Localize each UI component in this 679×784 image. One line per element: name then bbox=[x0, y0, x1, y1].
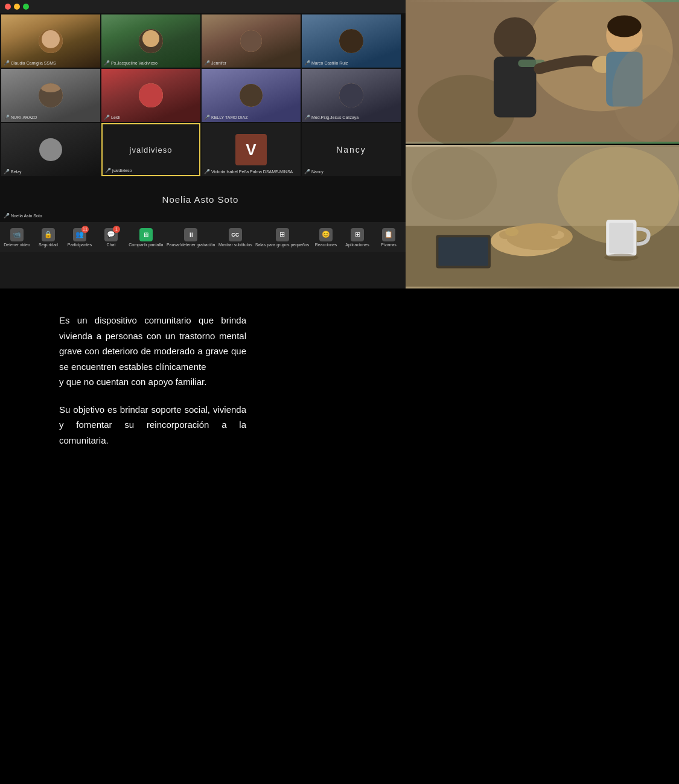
toolbar-participants[interactable]: 👥 11 Participantes bbox=[68, 228, 92, 247]
minimize-button[interactable] bbox=[14, 4, 20, 10]
participant-name-jacqueline: 🎤 Ps.Jacqueline Valdivieso bbox=[104, 60, 158, 66]
video-row-3: 🎤 Betzy jvaldivieso 🎤 jvaldivieso bbox=[1, 123, 404, 176]
photo-comfort-svg bbox=[406, 0, 679, 144]
participant-cell-jennifer: 🎤 Jennifer bbox=[202, 14, 301, 68]
toolbar-participants-wrapper: 👥 11 bbox=[73, 228, 86, 241]
title-bar-dots bbox=[5, 4, 29, 10]
video-camera-icon: 📹 bbox=[10, 228, 24, 241]
apps-icon: ⊞ bbox=[351, 228, 364, 241]
video-row-2: 🎤 NURI-ARAZO 🎤 bbox=[1, 69, 404, 122]
bottom-section: Es un dispositivo comunitario que brinda… bbox=[0, 288, 679, 784]
maximize-button[interactable] bbox=[23, 4, 29, 10]
svg-point-9 bbox=[607, 15, 641, 37]
participant-name-nuri: 🎤 NURI-ARAZO bbox=[4, 115, 37, 120]
participant-cell-marco: 🎤 Marco Castillo Ruiz bbox=[302, 14, 401, 68]
participant-name-kelly: 🎤 KELLY TAMO DIAZ bbox=[204, 115, 248, 120]
svg-rect-27 bbox=[438, 237, 488, 266]
noelia-display-name: Noelia Asto Soto bbox=[162, 194, 239, 205]
participant-cell-claudia: 🎤 Claudia Camiglia SSMS bbox=[1, 14, 100, 68]
victoria-avatar: V bbox=[235, 134, 267, 165]
top-section: 🎤 Claudia Camiglia SSMS bbox=[0, 0, 679, 288]
participant-cell-jvaldivieso: jvaldivieso 🎤 jvaldivieso bbox=[101, 123, 200, 176]
video-grid: 🎤 Claudia Camiglia SSMS bbox=[0, 13, 406, 222]
participant-cell-jacqueline: 🎤 Ps.Jacqueline Valdivieso bbox=[101, 14, 200, 68]
participant-name-jvaldivieso-label: 🎤 jvaldivieso bbox=[105, 168, 132, 173]
svg-point-22 bbox=[545, 228, 558, 236]
toolbar-rooms-label: Salas para grupos pequeños bbox=[255, 243, 310, 247]
participant-name-betzy: 🎤 Betzy bbox=[4, 169, 22, 174]
description-container: Es un dispositivo comunitario que brinda… bbox=[59, 313, 246, 448]
svg-point-25 bbox=[604, 253, 638, 261]
toolbar-whiteboards[interactable]: 📋 Pizarras bbox=[377, 228, 401, 247]
photo-hands-svg bbox=[406, 145, 679, 288]
description-paragraph-2: Su objetivo es brindar soporte social, v… bbox=[59, 402, 246, 448]
participant-name-marco: 🎤 Marco Castillo Ruiz bbox=[304, 60, 348, 66]
toolbar-subtitles[interactable]: CC Mostrar subtítulos bbox=[220, 228, 250, 247]
participant-cell-victoria: V 🎤 Victoria Isabel Peña Palma DSAME-MIN… bbox=[202, 123, 301, 176]
video-row-4: Noelia Asto Soto 🎤 Noelia Asto Soto bbox=[1, 177, 404, 221]
record-icon: ⏸ bbox=[184, 228, 197, 241]
participant-name-noelia: 🎤 Noelia Asto Soto bbox=[4, 213, 42, 218]
share-screen-icon: 🖥 bbox=[139, 228, 153, 241]
toolbar-video[interactable]: 📹 Detener video bbox=[5, 228, 29, 247]
reactions-icon: 😊 bbox=[319, 228, 333, 241]
toolbar-record-label: Pausar/detener grabación bbox=[167, 243, 215, 247]
participant-cell-nuri: 🎤 NURI-ARAZO bbox=[1, 69, 100, 122]
participant-name-jennifer: 🎤 Jennifer bbox=[204, 60, 226, 66]
participant-cell-jesus: 🎤 Med.Psig.Jesus Calizaya bbox=[302, 69, 401, 122]
title-bar bbox=[0, 0, 406, 13]
participant-cell-leidi: 🎤 Leidi bbox=[101, 69, 200, 122]
toolbar-reactions[interactable]: 😊 Reacciones bbox=[314, 228, 338, 247]
photo-hands bbox=[406, 145, 679, 288]
toolbar-security[interactable]: 🔒 Seguridad bbox=[36, 228, 60, 247]
video-toolbar: 📹 Detener video 🔒 Seguridad 👥 11 Partici… bbox=[0, 222, 406, 252]
toolbar-video-label: Detener video bbox=[4, 243, 30, 247]
participant-name-claudia: 🎤 Claudia Camiglia SSMS bbox=[4, 60, 56, 66]
toolbar-chat-wrapper: 💬 1 bbox=[104, 228, 118, 241]
toolbar-apps-label: Aplicaciones bbox=[345, 243, 369, 247]
toolbar-rooms[interactable]: ⊞ Salas para grupos pequeños bbox=[258, 228, 307, 247]
participant-name-leidi: 🎤 Leidi bbox=[104, 115, 120, 120]
toolbar-chat-label: Chat bbox=[107, 243, 116, 247]
participant-cell-noelia: Noelia Asto Soto 🎤 Noelia Asto Soto bbox=[1, 177, 400, 221]
toolbar-whiteboards-label: Pizarras bbox=[381, 243, 397, 247]
svg-rect-24 bbox=[609, 223, 633, 253]
right-photos bbox=[406, 0, 679, 288]
video-row-1: 🎤 Claudia Camiglia SSMS bbox=[1, 14, 404, 68]
toolbar-share-label: Compartir pantalla bbox=[129, 243, 163, 247]
svg-point-19 bbox=[505, 228, 518, 236]
rooms-icon: ⊞ bbox=[276, 228, 289, 241]
subtitles-icon: CC bbox=[229, 228, 242, 241]
svg-point-14 bbox=[412, 147, 497, 220]
participant-name-nancy: 🎤 Nancy bbox=[304, 169, 324, 174]
toolbar-video-icon-wrapper: 📹 bbox=[10, 228, 24, 241]
toolbar-share[interactable]: 🖥 Compartir pantalla bbox=[130, 228, 162, 247]
participant-cell-betzy: 🎤 Betzy bbox=[1, 123, 100, 176]
participant-cell-kelly: 🎤 KELLY TAMO DIAZ bbox=[202, 69, 301, 122]
toolbar-security-label: Seguridad bbox=[39, 243, 58, 247]
jvaldivieso-display-name: jvaldivieso bbox=[130, 145, 173, 155]
svg-point-3 bbox=[494, 17, 536, 59]
participant-name-victoria: 🎤 Victoria Isabel Peña Palma DSAME-MINSA bbox=[204, 169, 293, 174]
participants-badge: 11 bbox=[81, 226, 89, 233]
description-paragraph-1: Es un dispositivo comunitario que brinda… bbox=[59, 313, 246, 390]
chat-badge: 1 bbox=[113, 226, 120, 233]
nancy-display-name: Nancy bbox=[336, 145, 366, 155]
toolbar-reactions-label: Reacciones bbox=[315, 243, 337, 247]
participant-name-jesus: 🎤 Med.Psig.Jesus Calizaya bbox=[304, 115, 359, 120]
toolbar-participants-label: Participantes bbox=[68, 243, 92, 247]
toolbar-record[interactable]: ⏸ Pausar/detener grabación bbox=[169, 228, 213, 247]
toolbar-subtitles-label: Mostrar subtítulos bbox=[218, 243, 252, 247]
participant-cell-nancy: Nancy 🎤 Nancy bbox=[302, 123, 401, 176]
toolbar-chat[interactable]: 💬 1 Chat bbox=[99, 228, 123, 247]
app-container: 🎤 Claudia Camiglia SSMS bbox=[0, 0, 679, 784]
photo-comfort bbox=[406, 0, 679, 144]
close-button[interactable] bbox=[5, 4, 11, 10]
security-icon: 🔒 bbox=[42, 228, 55, 241]
whiteboards-icon: 📋 bbox=[382, 228, 395, 241]
video-call-container: 🎤 Claudia Camiglia SSMS bbox=[0, 0, 406, 288]
toolbar-apps[interactable]: ⊞ Aplicaciones bbox=[345, 228, 369, 247]
